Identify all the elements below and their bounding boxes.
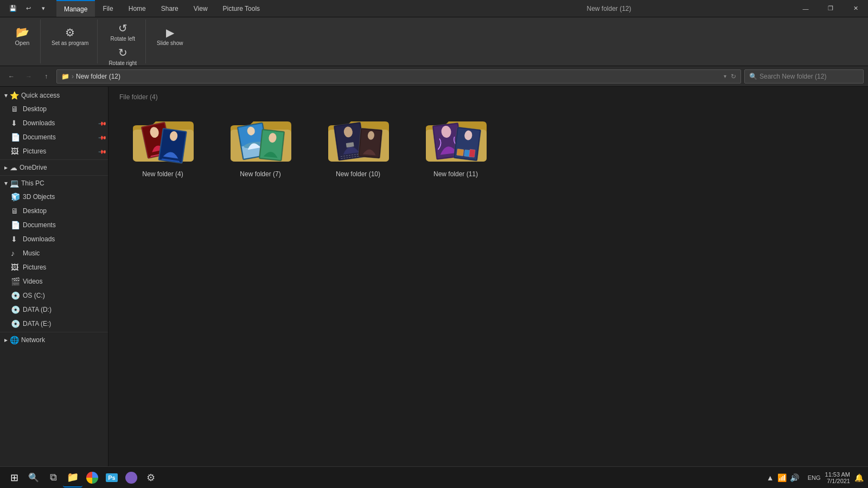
tab-file[interactable]: File [95,0,120,17]
sidebar-item-data-e[interactable]: 💿 DATA (E:) [0,317,108,331]
volume-icon[interactable]: 🔊 [790,473,799,482]
sidebar-item-pictures-pc[interactable]: 🖼 Pictures [0,260,108,274]
sidebar-item-downloads-quick[interactable]: ⬇ Downloads 📌 [0,116,108,130]
ribbon-tabs: Manage File Home Share View Picture Tool… [56,0,425,17]
window-controls: — ❐ ✕ [793,0,868,17]
dropdown-qat-btn[interactable]: ▾ [37,2,50,15]
taskbar-photoshop[interactable]: Ps [102,468,122,487]
taskbar-clock[interactable]: 11:53 AM 7/1/2021 [825,471,850,484]
save-qat-btn[interactable]: 💾 [7,2,20,15]
taskbar-task-view[interactable]: ⧉ [43,468,63,487]
tab-picture-tools[interactable]: Picture Tools [215,0,267,17]
undo-qat-btn[interactable]: ↩ [22,2,35,15]
search-box[interactable]: 🔍 Search New folder (12) [744,69,864,84]
folder-item-new-folder-4[interactable]: New folder (4) [119,107,206,182]
taskbar-app5[interactable] [122,468,141,487]
sidebar-item-onedrive[interactable]: ▸ ☁ OneDrive [0,161,108,174]
open-btn[interactable]: 📂 Open [9,20,36,52]
sidebar-divider [0,332,108,332]
tray-chevron-icon[interactable]: ▲ [767,473,774,482]
close-button[interactable]: ✕ [843,0,868,17]
minimize-button[interactable]: — [793,0,818,17]
taskbar-search-icon: 🔍 [28,472,39,483]
rotate-right-btn[interactable]: ↻ Rotate right [104,44,141,68]
tab-home[interactable]: Home [121,0,154,17]
sidebar-item-documents-pc[interactable]: 📄 Documents [0,218,108,232]
pin-icon: 📌 [98,147,107,156]
network-icon: 🌐 [10,336,19,344]
photoshop-icon: Ps [106,473,117,482]
tab-share[interactable]: Share [154,0,186,17]
sidebar-item-data-d[interactable]: 💿 DATA (D:) [0,303,108,317]
content-area: File folder (4) [108,87,868,466]
rotate-left-icon: ↺ [118,22,127,35]
folder-item-new-folder-11[interactable]: New folder (11) [412,107,499,182]
sidebar-item-videos[interactable]: 🎬 Videos [0,274,108,288]
start-button[interactable]: ⊞ [4,468,24,487]
address-bar-row: ← → ↑ 📁 › New folder (12) ▾ ↻ 🔍 Search N… [0,66,868,87]
sidebar-item-3d-objects[interactable]: 🧊 3D Objects [0,190,108,204]
folder-icon-svg [420,112,491,166]
taskbar-settings[interactable]: ⚙ [141,468,161,487]
folder-icon-container [225,112,296,166]
downloads-pc-icon: ⬇ [11,235,20,243]
start-icon: ⊞ [10,472,18,484]
sidebar-item-os-c[interactable]: 💿 OS (C:) [0,288,108,303]
sidebar-item-downloads-pc[interactable]: ⬇ Downloads [0,232,108,246]
taskbar-chrome[interactable] [82,468,102,487]
folder-icon-svg [323,112,393,166]
forward-button[interactable]: → [22,69,36,84]
sidebar-label: Downloads [23,235,104,243]
sidebar-item-desktop-pc[interactable]: 🖥 Desktop [0,204,108,218]
up-button[interactable]: ↑ [39,69,53,84]
set-program-btn[interactable]: ⚙ Set as program [47,20,93,52]
desktop-pc-icon: 🖥 [11,207,20,215]
network-chevron-icon: ▸ [4,336,8,344]
sidebar-item-pictures-quick[interactable]: 🖼 Pictures 📌 [0,144,108,158]
sidebar-item-quick-access[interactable]: ▾ ⭐ Quick access [0,89,108,102]
taskbar-file-explorer[interactable]: 📁 [63,468,82,487]
maximize-button[interactable]: ❐ [818,0,843,17]
language-indicator: ENG [808,474,821,481]
address-box[interactable]: 📁 › New folder (12) ▾ ↻ [56,69,741,84]
network-tray-icon[interactable]: 📶 [777,473,787,482]
quick-access-chevron-icon: ▾ [4,92,8,99]
drive-c-icon: 💿 [11,291,20,300]
3d-objects-icon: 🧊 [11,192,20,201]
refresh-icon[interactable]: ↻ [731,73,736,80]
sidebar-label: 3D Objects [23,193,104,201]
sidebar-label: Downloads [23,119,96,127]
sidebar-item-music[interactable]: ♪ Music [0,246,108,260]
quick-access-icon: ⭐ [10,91,19,100]
sidebar-item-desktop-quick[interactable]: 🖥 Desktop [0,102,108,116]
folder-item-new-folder-10[interactable]: New folder (10) [315,107,401,182]
drive-d-icon: 💿 [11,305,20,314]
taskbar-right: ▲ 📶 🔊 ENG 11:53 AM 7/1/2021 🔔 [762,471,864,484]
sidebar-label: Videos [23,278,104,285]
slideshow-icon: ▶ [166,26,174,39]
folder-icon-svg [225,112,296,166]
search-icon: 🔍 [749,73,757,80]
slideshow-btn[interactable]: ▶ Slide show [152,20,187,52]
pin-icon: 📌 [98,133,107,142]
onedrive-icon: ☁ [10,163,17,172]
app5-icon [125,472,137,484]
sidebar-item-network[interactable]: ▸ 🌐 Network [0,333,108,346]
svg-rect-31 [469,149,475,157]
back-button[interactable]: ← [4,69,18,84]
window-title: New folder (12) [425,0,793,17]
sidebar-label: Pictures [23,147,96,155]
settings-taskbar-icon: ⚙ [146,472,155,484]
sidebar-divider [0,175,108,176]
videos-icon: 🎬 [11,277,20,286]
notification-icon[interactable]: 🔔 [854,473,864,482]
rotate-left-btn[interactable]: ↺ Rotate left [106,20,139,44]
sidebar-item-documents-quick[interactable]: 📄 Documents 📌 [0,130,108,144]
sidebar-item-this-pc[interactable]: ▾ 💻 This PC [0,177,108,190]
address-dropdown-icon: ▾ [724,73,726,79]
tab-manage[interactable]: Manage [56,0,95,17]
taskbar-search-button[interactable]: 🔍 [24,468,43,487]
tab-view[interactable]: View [186,0,215,17]
folder-item-new-folder-7[interactable]: New folder (7) [217,107,304,182]
sidebar-divider [0,159,108,160]
